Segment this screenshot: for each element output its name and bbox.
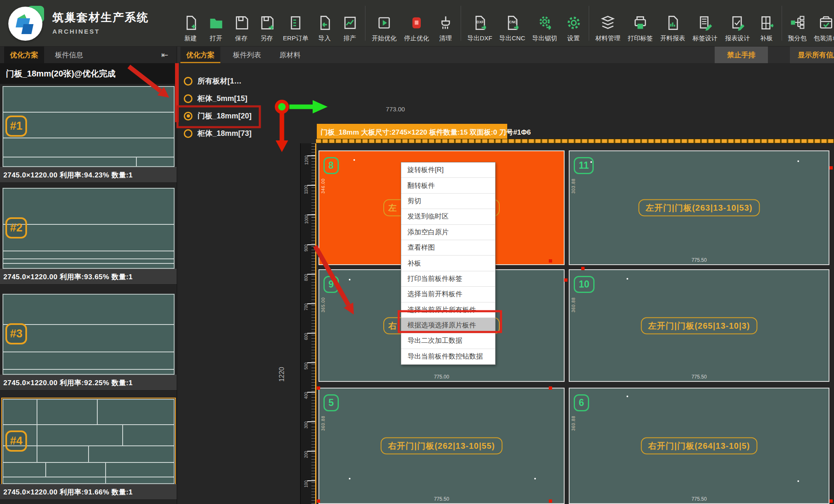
board-left-edge [315,143,316,504]
toolbar-button-stop-optimize[interactable]: 停止优化 [400,0,433,47]
toolbar-button-folder-open[interactable]: 打开 [203,0,229,47]
toolbar-button-patch[interactable]: 补板 [754,0,779,47]
toolbar-button-prepack[interactable]: 预分包 [785,0,810,47]
panel-side-dimension: 303.88 [571,178,576,194]
toolbar-separator [589,6,589,41]
panel-bottom-dimension: 775.50 [570,496,829,502]
show-all-info-button[interactable]: 显示所有信息 [790,47,834,63]
panel-side-dimension: 360.88 [571,415,576,431]
context-menu-item-7[interactable]: 补板 [401,256,495,271]
prepack-icon [789,14,806,32]
toolbar-button-report[interactable]: 开料报表 [656,0,689,47]
edge-banding-strip [316,139,834,143]
board-top-dimension: 773.00 [368,106,422,113]
context-menu-item-11[interactable]: 根据选项选择原片板件 [401,318,495,333]
snap-dot [549,499,552,503]
main-tab-2[interactable]: 板件列表 [227,47,267,63]
app-subtitle: ARCHINEST [52,28,149,35]
toolbar-button-export-saw[interactable]: 导出锯切 [528,0,561,47]
plan-stats: 2745.0×1220.00 利用率:93.65% 数量:1 [0,269,177,285]
stop-optimize-icon [408,14,425,32]
ruler-total-label: 1220 [278,367,286,382]
toolbar-button-settings[interactable]: 设置 [561,0,586,47]
clean-icon [437,14,454,32]
toolbar-button-report-design[interactable]: 报表设计 [721,0,754,47]
patch-icon [758,14,775,32]
panel-side-dimension: 360.88 [321,415,326,431]
context-menu-item-2[interactable]: 翻转板件 [401,178,495,193]
panel-side-dimension: 365.00 [321,297,326,312]
panel-bottom-dimension: 775.50 [570,374,829,380]
plan-thumbnail-4[interactable]: #4 [2,399,175,484]
context-menu-item-9[interactable]: 选择当前开料板件 [401,287,495,302]
layout-canvas[interactable]: 所有板材[1…柜体_5mm[15]门板_18mm[20]柜体_18mm[73] … [177,63,834,504]
toolbar-button-packing-list[interactable]: 包装清单 [810,0,834,47]
filter-radio-2[interactable]: 柜体_5mm[15] [184,90,247,107]
context-menu-item-12[interactable]: 导出二次加工数据 [401,333,495,349]
toolbar-button-label-design[interactable]: 标签设计 [689,0,721,47]
plan-stats: 2745.0×1220.00 利用率:91.66% 数量:1 [0,484,177,500]
toolbar-button-materials[interactable]: 材料管理 [592,0,624,47]
context-menu: 旋转板件[R]翻转板件剪切发送到临时区添加空白原片查看样图补板打印当前板件标签选… [401,162,496,365]
toolbar-button-clean[interactable]: 清理 [433,0,458,47]
toolbar-button-erp-order[interactable]: ERP订单 [279,0,312,47]
board-panel-11[interactable]: 11303.88左开门|门板(263|13-10|53)775.50 [569,150,829,265]
report-design-icon [729,14,746,32]
panel-number-badge: 9 [323,276,339,293]
disable-manual-layout-button[interactable]: 禁止手排 [715,47,768,63]
context-menu-item-8[interactable]: 打印当前板件标签 [401,271,495,287]
board-panel-6[interactable]: 6360.88右开门|门板(264|13-10|5)775.50 [569,388,829,504]
toolbar-separator [365,6,365,41]
svg-text:DXF: DXF [476,20,484,24]
packing-list-icon [818,14,834,32]
plan-badge: #3 [5,323,27,344]
tab-strip: 优化方案板件信息 ⇤ 优化方案板件列表原材料 禁止手排显示所有信息 [0,47,834,63]
toolbar-button-save[interactable]: 保存 [229,0,254,47]
toolbar-button-doc-new[interactable]: 新建 [178,0,203,47]
filter-radio-3[interactable]: 门板_18mm[20] [184,107,252,125]
snap-dot [317,386,320,390]
toolbar-button-export-dxf[interactable]: DXF导出DXF [464,0,496,47]
plan-badge: #1 [5,116,27,137]
main-tab-3[interactable]: 原材料 [274,47,306,63]
toolbar-button-save-as[interactable]: 另存 [254,0,279,47]
context-menu-item-6[interactable]: 查看样图 [401,240,495,256]
sidebar-tab-2[interactable]: 板件信息 [49,47,89,63]
radio-icon [184,129,192,138]
sidebar-tab-1[interactable]: 优化方案 [4,47,44,63]
board-panel-5[interactable]: 5360.88右开门|门板(262|13-10|55)775.50 [318,388,565,504]
schedule-icon [342,14,358,32]
export-saw-icon [536,14,553,32]
panel-number-badge: 10 [574,276,595,293]
filter-radio-1[interactable]: 所有板材[1… [184,72,242,90]
context-menu-item-4[interactable]: 发送到临时区 [401,209,495,224]
panel-number-badge: 5 [323,394,339,411]
toolbar-button-import[interactable]: 导入 [312,0,337,47]
toolbar-button-print-label[interactable]: 打印标签 [624,0,656,47]
plan-thumbnail-2[interactable]: #2 [2,188,175,269]
collapse-sidebar-icon[interactable]: ⇤ [161,50,168,60]
context-menu-item-13[interactable]: 导出当前板件数控钻数据 [401,349,495,364]
start-optimize-icon [376,14,392,32]
panel-number-badge: 6 [574,394,589,411]
board-panel-10[interactable]: 10360.88左开门|门板(265|13-10|3)775.50 [569,269,829,382]
filter-radio-4[interactable]: 柜体_18mm[73] [184,125,252,142]
sidebar-plan-list: 门板_18mm(20张)@优化完成 #12745.0×1220.00 利用率:9… [0,63,177,504]
toolbar-button-export-cnc[interactable]: CNC导出CNC [496,0,528,47]
panel-bottom-dimension: 775.50 [570,257,829,263]
toolbar-button-schedule[interactable]: 排产 [337,0,363,47]
plan-stats: 2745.0×1220.00 利用率:94.23% 数量:1 [0,167,177,183]
panel-bottom-dimension: 775.00 [319,374,564,380]
context-menu-item-1[interactable]: 旋转板件[R] [401,162,495,178]
toolbar-button-start-optimize[interactable]: 开始优化 [368,0,400,47]
app-header: 筑巢套材生产系统 ARCHINEST 新建打开保存另存ERP订单导入排产开始优化… [0,0,834,47]
plan-thumbnail-1[interactable]: #1 [2,86,175,167]
save-icon [233,14,250,32]
plan-thumbnail-3[interactable]: #3 [2,294,175,375]
snap-dot [549,259,552,263]
context-menu-item-10[interactable]: 选择当前原片所有板件 [401,302,495,318]
context-menu-item-3[interactable]: 剪切 [401,194,495,209]
plan-badge: #2 [5,217,27,238]
main-tab-1[interactable]: 优化方案 [180,47,220,63]
context-menu-item-5[interactable]: 添加空白原片 [401,225,495,240]
